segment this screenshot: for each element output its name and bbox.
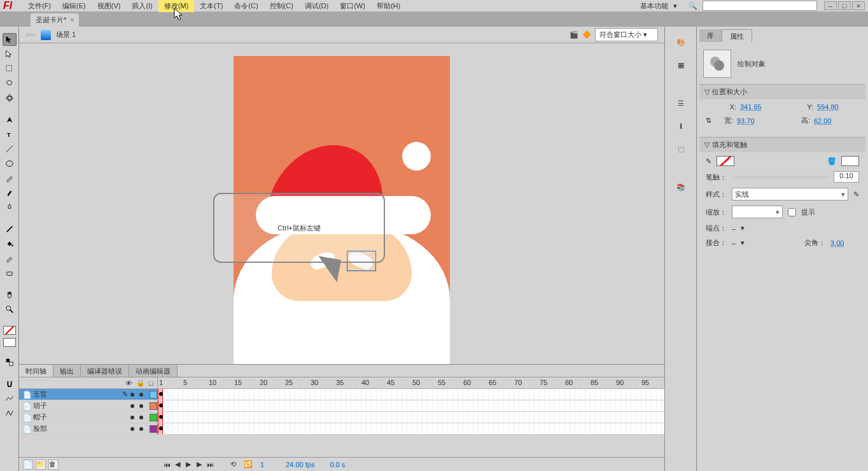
3d-rotation-tool[interactable] [3,92,17,104]
tab-properties[interactable]: 属性 [722,29,752,42]
hint-checkbox[interactable] [788,208,796,216]
edit-scene-icon[interactable]: 🎬 [570,31,578,39]
stroke-value[interactable]: 0.10 [834,171,859,183]
step-back-button[interactable]: ◀ [172,460,183,469]
subselection-tool[interactable] [3,48,17,60]
minimize-button[interactable]: – [824,1,837,10]
back-icon[interactable]: ⟸ [25,31,36,39]
deco-tool[interactable] [3,201,17,214]
step-forward-button[interactable]: ▶ [194,460,204,469]
zoom-tool[interactable] [3,303,17,316]
svg-rect-10 [6,359,9,362]
tab-title: 圣诞卡片* [36,15,66,25]
tab-library[interactable]: 库 [699,29,722,42]
selection-tool[interactable] [3,33,17,46]
section-position[interactable]: ▽ 位置和大小 [699,85,865,99]
svg-text:T: T [6,131,10,138]
swatches-panel-icon[interactable]: ▦ [673,57,689,73]
text-tool[interactable]: T [3,128,17,141]
workspace-label[interactable]: 基本功能 [640,1,668,11]
canvas[interactable]: Ctrl+鼠标左键 [19,43,664,364]
lasso-tool[interactable] [3,77,17,90]
tab-timeline[interactable]: 时间轴 [19,365,53,377]
layer-row[interactable]: 📄五官✎ [19,389,664,400]
bone-tool[interactable] [3,223,17,236]
h-value[interactable]: 62.00 [814,117,843,125]
layer-row[interactable]: 📄脸部 [19,423,664,435]
link-icon[interactable]: ⇅ [706,116,711,125]
document-tab[interactable]: 圣诞卡片* × [31,13,79,27]
transform-panel-icon[interactable]: ⬚ [673,141,689,157]
menu-edit[interactable]: 编辑(E) [57,0,92,12]
paint-bucket-tool[interactable] [3,237,17,250]
bucket-icon: 🪣 [827,157,836,165]
x-value[interactable]: 341.65 [740,103,769,111]
fill-swatch[interactable] [841,156,859,166]
miter-value[interactable]: 3.00 [830,239,859,247]
hand-tool[interactable] [3,288,17,301]
cap-value[interactable]: – [732,225,736,232]
section-fill-stroke[interactable]: ▽ 填充和笔触 [699,137,865,152]
stroke-color[interactable] [3,326,16,335]
edit-style-icon[interactable]: ✎ [853,190,859,199]
straighten-tool[interactable] [3,407,17,419]
layer-row[interactable]: 📄帽子 [19,412,664,423]
maximize-button[interactable]: □ [838,1,851,10]
menu-text[interactable]: 文本(T) [194,0,228,12]
svg-point-6 [11,244,13,246]
pencil-tool[interactable] [3,172,17,185]
menu-view[interactable]: 视图(V) [92,0,127,12]
align-panel-icon[interactable]: ☰ [673,95,689,111]
mouse-cursor [174,8,185,22]
line-tool[interactable] [3,143,17,155]
fill-color[interactable] [3,338,16,347]
delete-layer-button[interactable]: 🗑 [48,460,59,470]
tab-compiler[interactable]: 编译器错误 [81,365,129,377]
frame-ruler[interactable]: 15101520253035404550556065707580859095 [158,377,664,388]
new-layer-button[interactable]: 📄 [23,460,33,470]
play-button[interactable]: ▶ [183,460,193,469]
info-panel-icon[interactable]: ℹ [673,118,689,134]
menu-debug[interactable]: 调试(D) [299,0,334,12]
tab-close-icon[interactable]: × [70,17,74,24]
lock-icon[interactable]: 🔒 [136,379,145,387]
rectangle-tool[interactable] [3,157,17,170]
eraser-tool[interactable] [3,267,17,279]
stroke-swatch[interactable] [717,156,734,166]
document-tabs: 圣诞卡片* × [0,11,868,27]
scale-select[interactable] [732,206,783,218]
color-panel-icon[interactable]: 🎨 [673,34,689,50]
tab-output[interactable]: 输出 [53,365,81,377]
menu-control[interactable]: 控制(C) [264,0,299,12]
w-value[interactable]: 93.70 [737,117,766,125]
menu-command[interactable]: 命令(C) [228,0,263,12]
brush-tool[interactable] [3,186,17,199]
free-transform-tool[interactable] [3,62,17,75]
w-label: 宽: [715,116,733,125]
edit-symbols-icon[interactable]: 🔶 [582,31,591,39]
eyedropper-tool[interactable] [3,252,17,265]
menu-file[interactable]: 文件(F) [22,0,57,12]
menu-insert[interactable]: 插入(I) [126,0,158,12]
library-panel-icon[interactable]: 📚 [673,179,689,195]
snap-tool[interactable] [3,377,17,390]
join-value[interactable]: – [732,239,736,247]
goto-first-button[interactable]: ⏮ [162,460,172,469]
tab-motion[interactable]: 动画编辑器 [129,365,178,377]
menu-help[interactable]: 帮助(H) [371,0,406,12]
zoom-select[interactable]: 符合窗口大小 ▾ [595,28,658,41]
layer-row[interactable]: 📄胡子 [19,400,664,412]
y-value[interactable]: 594.80 [817,103,846,111]
close-button[interactable]: × [852,1,865,10]
swap-colors[interactable] [3,356,17,369]
eye-icon[interactable]: 👁 [125,379,132,387]
stroke-slider[interactable] [732,176,829,178]
smooth-tool[interactable] [3,392,17,405]
menu-window[interactable]: 窗口(W) [334,0,371,12]
outline-icon[interactable]: □ [149,379,153,387]
pen-tool[interactable] [3,113,17,126]
new-folder-button[interactable]: 📁 [36,460,46,470]
goto-last-button[interactable]: ⏭ [205,460,215,469]
style-select[interactable]: 实线 [732,188,848,200]
search-input[interactable] [703,1,817,11]
